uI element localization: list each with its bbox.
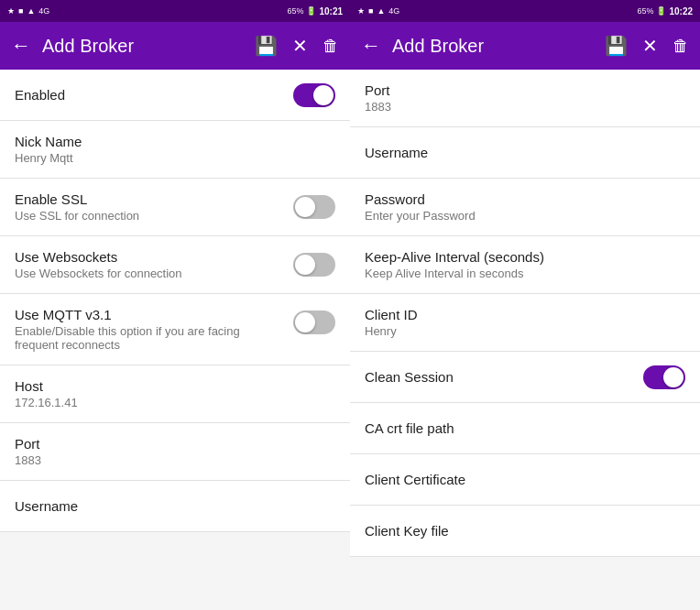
mqtt31-title: Use MQTT v3.1: [15, 307, 282, 322]
keepalive-title: Keep-Alive Interval (seconds): [365, 249, 544, 265]
save-button-1[interactable]: 💾: [255, 35, 278, 57]
websockets-toggle-thumb: [295, 255, 315, 275]
password-subtitle: Enter your Password: [365, 209, 476, 223]
battery-icon-2: 🔋: [656, 6, 666, 16]
port-title: Port: [15, 436, 41, 452]
phone-panel-2: ★ ■ ▲ 4G 65% 🔋 10:22 ← Add Broker 💾 ✕ 🗑 …: [350, 0, 700, 610]
ssl-toggle[interactable]: [293, 195, 335, 219]
list-item-enabled[interactable]: Enabled: [0, 70, 350, 121]
signal-icon-2: ■: [368, 6, 373, 16]
list-item-clientid[interactable]: Client ID Henry: [350, 294, 700, 352]
list-item-password[interactable]: Password Enter your Password: [350, 179, 700, 236]
list-item-text-keepalive: Keep-Alive Interval (seconds) Keep Alive…: [365, 249, 544, 280]
mqtt31-toggle-thumb: [295, 312, 315, 332]
clientcert-title: Client Certificate: [365, 472, 465, 487]
list-item-text-clientkey: Client Key file: [365, 523, 449, 539]
wifi-icon-2: ▲: [377, 6, 385, 16]
status-time-1: 10:21: [319, 6, 343, 16]
username-title: Username: [15, 498, 78, 514]
password-title: Password: [365, 191, 476, 207]
enabled-toggle-thumb: [313, 85, 334, 105]
websockets-subtitle: Use Websockets for connection: [15, 267, 182, 280]
list-item-port2[interactable]: Port 1883: [350, 70, 700, 127]
cleansession-toggle-thumb: [663, 367, 684, 387]
list-item-text-password: Password Enter your Password: [365, 191, 476, 223]
port2-title: Port: [365, 82, 391, 98]
list-item-port[interactable]: Port 1883: [0, 423, 350, 481]
close-button-2[interactable]: ✕: [642, 35, 658, 57]
port2-subtitle: 1883: [365, 100, 391, 114]
app-bar-actions-1: 💾 ✕ 🗑: [255, 35, 339, 57]
app-title-2: Add Broker: [392, 36, 594, 57]
list-item-text-username: Username: [15, 498, 78, 514]
app-bar-actions-2: 💾 ✕ 🗑: [605, 35, 689, 57]
username2-title: Username: [365, 145, 428, 160]
signal-icon: ■: [18, 6, 23, 16]
status-bar-right-2: 65% 🔋 10:22: [637, 6, 693, 16]
list-item-username2[interactable]: Username: [350, 127, 700, 179]
list-item-text-clientid: Client ID Henry: [365, 307, 418, 338]
bluetooth-icon: ★: [7, 6, 15, 16]
status-bar-left-2: ★ ■ ▲ 4G: [357, 6, 399, 16]
status-bar-2: ★ ■ ▲ 4G 65% 🔋 10:22: [350, 0, 700, 22]
list-item-text-host: Host 172.16.1.41: [15, 378, 78, 409]
list-item-text-enabled: Enabled: [15, 87, 65, 103]
enabled-toggle[interactable]: [293, 83, 335, 107]
list-item-cleansession[interactable]: Clean Session: [350, 352, 700, 403]
list-item-text-username2: Username: [365, 145, 428, 160]
host-subtitle: 172.16.1.41: [15, 396, 78, 409]
list-item-text-port: Port 1883: [15, 436, 41, 467]
list-item-text-cacrt: CA crt file path: [365, 420, 454, 436]
mqtt31-toggle[interactable]: [293, 310, 335, 334]
list-item-text-nickname: Nick Name Henry Mqtt: [15, 134, 82, 165]
list-item-keepalive[interactable]: Keep-Alive Interval (seconds) Keep Alive…: [350, 236, 700, 294]
list-item-mqtt31[interactable]: Use MQTT v3.1 Enable/Disable this option…: [0, 294, 350, 365]
close-button-1[interactable]: ✕: [292, 35, 308, 57]
list-item-text-cleansession: Clean Session: [365, 369, 454, 385]
delete-button-2[interactable]: 🗑: [673, 37, 689, 56]
cleansession-toggle[interactable]: [643, 365, 685, 389]
list-item-cacrt[interactable]: CA crt file path: [350, 403, 700, 454]
nickname-title: Nick Name: [15, 134, 82, 149]
phone-panel-1: ★ ■ ▲ 4G 65% 🔋 10:21 ← Add Broker 💾 ✕ 🗑 …: [0, 0, 350, 610]
save-button-2[interactable]: 💾: [605, 35, 628, 57]
list-item-text-mqtt31: Use MQTT v3.1 Enable/Disable this option…: [15, 307, 282, 352]
nickname-subtitle: Henry Mqtt: [15, 151, 82, 165]
port-subtitle: 1883: [15, 453, 41, 467]
clientid-title: Client ID: [365, 307, 418, 322]
status-time-2: 10:22: [669, 6, 693, 16]
list-item-ssl[interactable]: Enable SSL Use SSL for connection: [0, 179, 350, 236]
content-1: Enabled Nick Name Henry Mqtt Enable SSL …: [0, 70, 350, 610]
list-item-clientcert[interactable]: Client Certificate: [350, 454, 700, 506]
cacrt-title: CA crt file path: [365, 420, 454, 436]
websockets-toggle[interactable]: [293, 253, 335, 277]
list-item-clientkey[interactable]: Client Key file: [350, 506, 700, 557]
clientid-subtitle: Henry: [365, 324, 418, 338]
list-item-host[interactable]: Host 172.16.1.41: [0, 365, 350, 423]
list-item-username[interactable]: Username: [0, 481, 350, 532]
battery-percent-1: 65%: [287, 6, 303, 16]
ssl-toggle-thumb: [295, 197, 315, 217]
list-item-websockets[interactable]: Use Websockets Use Websockets for connec…: [0, 236, 350, 294]
status-bar-left-1: ★ ■ ▲ 4G: [7, 6, 49, 16]
back-button-1[interactable]: ←: [11, 34, 31, 58]
app-bar-2: ← Add Broker 💾 ✕ 🗑: [350, 22, 700, 70]
clientkey-title: Client Key file: [365, 523, 449, 539]
battery-percent-2: 65%: [637, 6, 653, 16]
content-2: Port 1883 Username Password Enter your P…: [350, 70, 700, 610]
enabled-title: Enabled: [15, 87, 65, 103]
app-bar-1: ← Add Broker 💾 ✕ 🗑: [0, 22, 350, 70]
back-button-2[interactable]: ←: [361, 34, 381, 58]
cleansession-title: Clean Session: [365, 369, 454, 385]
network-icon: 4G: [38, 6, 49, 16]
list-item-nickname[interactable]: Nick Name Henry Mqtt: [0, 121, 350, 179]
wifi-icon: ▲: [27, 6, 35, 16]
network-icon-2: 4G: [388, 6, 399, 16]
status-bar-1: ★ ■ ▲ 4G 65% 🔋 10:21: [0, 0, 350, 22]
mqtt31-subtitle: Enable/Disable this option if you are fa…: [15, 324, 282, 352]
list-item-text-clientcert: Client Certificate: [365, 472, 465, 487]
delete-button-1[interactable]: 🗑: [323, 37, 339, 56]
list-item-text-ssl: Enable SSL Use SSL for connection: [15, 191, 139, 223]
keepalive-subtitle: Keep Alive Interval in seconds: [365, 267, 544, 280]
ssl-title: Enable SSL: [15, 191, 139, 207]
